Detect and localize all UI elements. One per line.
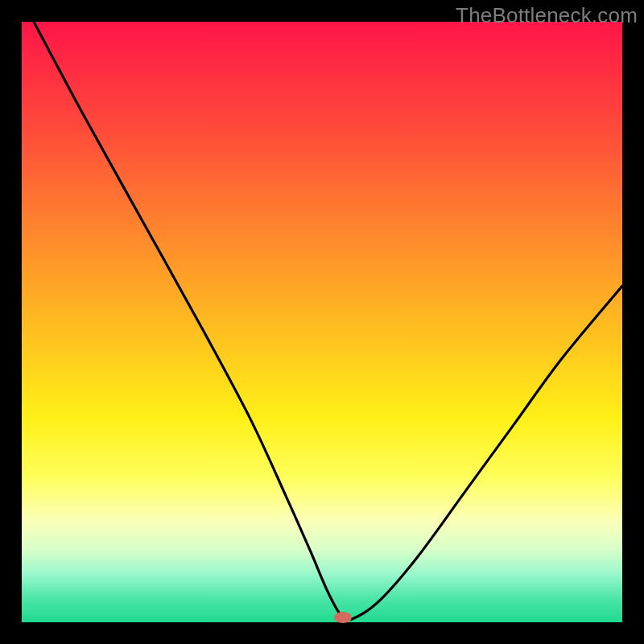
bottleneck-curve-path — [34, 22, 622, 620]
chart-frame: TheBottleneck.com — [0, 0, 644, 644]
optimal-point-marker — [334, 612, 352, 623]
curve-svg — [22, 22, 622, 622]
plot-area — [22, 22, 622, 622]
watermark-text: TheBottleneck.com — [456, 3, 638, 28]
